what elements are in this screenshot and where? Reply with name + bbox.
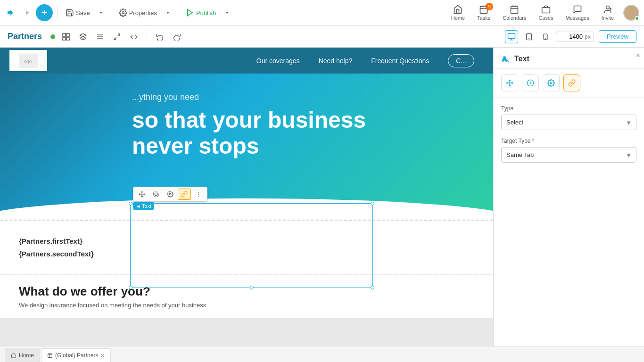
back-btn[interactable]	[5, 7, 18, 18]
nav-cta[interactable]: C...	[448, 54, 474, 67]
nav-tasks[interactable]: 9 Tasks	[474, 4, 493, 22]
hero-section: ...ything you need so that your business…	[0, 74, 493, 220]
ft-move-btn[interactable]	[135, 189, 149, 200]
nav-calendars[interactable]: Calendars	[500, 4, 529, 22]
site-nav: Our coverages Need help? Frequent Questi…	[66, 54, 484, 67]
second-text-var: {Partners.secondText}	[19, 247, 474, 260]
mobile-view-btn[interactable]	[540, 31, 551, 43]
svg-marker-1	[188, 9, 193, 16]
undo-btn[interactable]	[154, 31, 166, 43]
svg-point-35	[153, 191, 159, 197]
tasks-badge: 9	[486, 3, 493, 10]
panel-paint-btn[interactable]	[522, 74, 539, 91]
properties-dropdown[interactable]	[163, 8, 173, 17]
save-button[interactable]: Save	[63, 7, 93, 19]
tab-partners-label: (Global) Partners	[55, 352, 98, 359]
svg-point-0	[122, 12, 124, 14]
target-type-label: Target Type *	[501, 138, 636, 144]
ft-link-btn[interactable]	[178, 189, 191, 200]
toolbar-left: + Save Properties Publish	[5, 4, 445, 21]
svg-rect-6	[511, 6, 518, 13]
svg-point-38	[198, 194, 199, 195]
svg-rect-42	[48, 354, 52, 358]
panel-link-btn[interactable]	[563, 74, 580, 91]
text-breadcrumb-badge[interactable]: ◄ Text	[133, 202, 154, 210]
text-badge-label: Text	[142, 203, 151, 209]
nav-messages[interactable]: Messages	[563, 4, 592, 22]
target-type-select[interactable]: Same Tab New Tab Popup	[501, 147, 636, 163]
layers-btn[interactable]	[77, 31, 89, 43]
svg-point-14	[628, 8, 634, 14]
partners-tab-icon	[47, 353, 53, 358]
nav-cases[interactable]: Cases	[536, 4, 556, 22]
nav-coverages[interactable]: Our coverages	[256, 57, 300, 65]
nav-invite[interactable]: Invite	[599, 4, 617, 22]
tab-home[interactable]: Home	[5, 348, 40, 362]
type-select-wrap: Select URL Page Email Phone ▼	[501, 115, 636, 130]
canvas-wrap: Logo Our coverages Need help? Frequent Q…	[0, 48, 493, 346]
svg-line-23	[117, 34, 120, 36]
type-field-label: Type	[501, 105, 636, 112]
panel-icon-row	[494, 69, 644, 98]
tab-close-btn[interactable]: ×	[100, 352, 104, 359]
forward-btn[interactable]	[21, 8, 33, 18]
svg-point-37	[198, 192, 199, 193]
tablet-view-btn[interactable]	[523, 31, 535, 43]
panel-close-button[interactable]: ×	[636, 51, 640, 60]
divider4	[147, 30, 147, 44]
properties-button[interactable]: Properties	[116, 7, 160, 19]
nav-home-label: Home	[451, 15, 465, 21]
nav-help[interactable]: Need help?	[319, 57, 353, 65]
desktop-view-btn[interactable]	[505, 30, 518, 43]
svg-point-11	[606, 6, 610, 9]
panel-settings-btn[interactable]	[543, 74, 560, 91]
panel-move-btn[interactable]	[501, 74, 518, 91]
tab-partners[interactable]: (Global) Partners ×	[41, 348, 111, 362]
page-status-dot	[50, 34, 55, 39]
add-button[interactable]: +	[36, 4, 53, 21]
preview-button[interactable]: Preview	[599, 30, 636, 43]
svg-rect-10	[542, 8, 550, 13]
save-dropdown[interactable]	[96, 8, 106, 17]
nav-messages-label: Messages	[566, 15, 589, 21]
page-content: Logo Our coverages Need help? Frequent Q…	[0, 48, 493, 346]
tab-home-label: Home	[19, 352, 34, 359]
px-input[interactable]: 1400	[559, 33, 583, 40]
right-panel: × A Text Type Select	[493, 48, 644, 346]
template-vars: {Partners.firstText} {Partners.secondTex…	[19, 235, 474, 260]
nav-faq[interactable]: Frequent Questions	[371, 57, 429, 65]
ft-style-btn[interactable]	[149, 189, 163, 200]
divider	[58, 6, 58, 20]
online-indicator	[635, 16, 639, 21]
ft-settings-btn[interactable]	[164, 189, 177, 200]
panel-header: A Text	[494, 48, 644, 69]
second-toolbar: Partners 1400 px Preview	[0, 26, 644, 48]
svg-point-34	[155, 193, 157, 196]
panel-title: Text	[514, 55, 529, 63]
save-label: Save	[76, 9, 90, 16]
type-select[interactable]: Select URL Page Email Phone	[501, 115, 636, 130]
nav-invite-label: Invite	[602, 15, 614, 21]
nav-home[interactable]: Home	[448, 4, 468, 22]
svg-rect-17	[63, 37, 66, 40]
publish-button[interactable]: Publish	[183, 7, 219, 19]
svg-text:A: A	[502, 55, 507, 63]
hero-text-small: ...ything you need	[132, 92, 474, 102]
redo-btn[interactable]	[171, 31, 183, 43]
ft-more-btn[interactable]	[192, 189, 205, 200]
svg-rect-15	[63, 33, 66, 36]
page-title: Partners	[8, 32, 42, 41]
code-view-btn[interactable]	[128, 31, 140, 43]
site-logo: Logo	[9, 50, 47, 71]
svg-marker-19	[80, 33, 86, 37]
svg-point-36	[169, 193, 171, 195]
hero-text-large: so that your businessnever stops	[132, 107, 474, 159]
divider3	[178, 6, 178, 20]
floating-toolbar	[133, 187, 207, 202]
properties-label: Properties	[129, 9, 157, 16]
grid-view-btn[interactable]	[60, 31, 72, 43]
publish-dropdown[interactable]	[222, 8, 232, 17]
navigation-btn[interactable]	[94, 31, 106, 43]
resize-btn[interactable]	[111, 31, 123, 43]
main-area: Logo Our coverages Need help? Frequent Q…	[0, 48, 644, 346]
